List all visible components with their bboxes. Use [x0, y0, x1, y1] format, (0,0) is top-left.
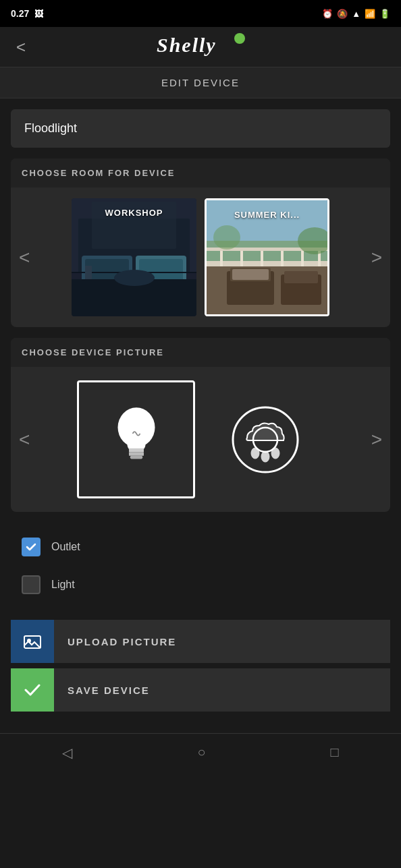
picture-item-bulb[interactable]: [77, 380, 195, 498]
status-bar-right: ⏰ 🔕 ▲ 📶 🔋: [322, 9, 390, 19]
notification-icon: 🔕: [337, 9, 348, 19]
checkbox-row-light: Light: [11, 566, 390, 604]
main-content: CHOOSE ROOM FOR DEVICE <: [0, 98, 401, 728]
bulb-icon: [99, 403, 173, 477]
outlet-checkbox[interactable]: [22, 538, 41, 556]
room-next-arrow[interactable]: >: [369, 247, 385, 268]
checkbox-row-outlet: Outlet: [11, 528, 390, 566]
svg-point-41: [272, 449, 279, 458]
signal-icon: 📶: [365, 9, 375, 19]
room-prev-arrow[interactable]: <: [16, 247, 32, 268]
upload-picture-label: UPLOAD PICTURE: [54, 620, 390, 663]
image-icon: 🖼: [34, 9, 43, 19]
svg-point-40: [262, 452, 269, 461]
nav-back-button[interactable]: ◁: [46, 739, 88, 766]
save-device-label: SAVE DEVICE: [54, 668, 390, 712]
bottom-nav: ◁ ○ □: [0, 733, 401, 771]
status-bar: 0.27 🖼 ⏰ 🔕 ▲ 📶 🔋: [0, 0, 401, 27]
picture-carousel: <: [11, 367, 390, 512]
room-item-workshop[interactable]: WORKSHOP: [72, 198, 196, 316]
page-subtitle: EDIT DEVICE: [0, 67, 401, 98]
light-checkbox[interactable]: [22, 575, 41, 594]
top-nav: < Shelly: [0, 27, 401, 67]
weather-icon: [228, 403, 302, 477]
alarm-icon: ⏰: [322, 9, 333, 19]
svg-rect-16: [207, 261, 329, 266]
light-label: Light: [51, 579, 75, 591]
checkbox-section: Outlet Light: [11, 523, 390, 609]
room-item-summer-kitchen[interactable]: SUMMER KI...: [205, 198, 329, 316]
save-device-icon: [11, 668, 54, 712]
upload-picture-icon: [11, 620, 54, 663]
picture-section: CHOOSE DEVICE PICTURE <: [11, 338, 390, 512]
save-device-button[interactable]: SAVE DEVICE: [11, 668, 390, 712]
picture-item-weather[interactable]: [206, 380, 324, 498]
svg-text:Shelly: Shelly: [157, 34, 217, 56]
room-section-title: CHOOSE ROOM FOR DEVICE: [11, 158, 390, 187]
svg-rect-13: [85, 266, 92, 279]
svg-point-12: [114, 270, 155, 286]
app-logo: Shelly: [153, 32, 248, 62]
status-bar-left: 0.27 🖼: [11, 8, 43, 19]
svg-rect-29: [284, 271, 318, 283]
room-carousel: <: [11, 187, 390, 327]
svg-rect-33: [129, 448, 144, 452]
outlet-label: Outlet: [51, 541, 80, 553]
time-display: 0.27: [11, 8, 29, 19]
room-summer-kitchen-label: SUMMER KI...: [207, 210, 327, 220]
room-section: CHOOSE ROOM FOR DEVICE <: [11, 158, 390, 327]
svg-point-1: [234, 33, 245, 44]
wifi-icon: ▲: [352, 9, 360, 19]
svg-rect-34: [129, 452, 144, 456]
check-icon: [26, 542, 36, 552]
upload-picture-button[interactable]: UPLOAD PICTURE: [11, 620, 390, 663]
device-name-input[interactable]: [11, 109, 390, 148]
action-buttons: UPLOAD PICTURE SAVE DEVICE: [11, 620, 390, 717]
svg-rect-35: [130, 455, 142, 459]
picture-prev-arrow[interactable]: <: [16, 429, 32, 451]
picture-next-arrow[interactable]: >: [369, 429, 385, 451]
svg-point-39: [252, 449, 259, 458]
picture-section-title: CHOOSE DEVICE PICTURE: [11, 338, 390, 367]
back-button[interactable]: <: [11, 32, 31, 62]
battery-icon: 🔋: [379, 9, 390, 19]
room-workshop-label: WORKSHOP: [72, 208, 196, 218]
nav-recent-button[interactable]: □: [314, 739, 354, 765]
nav-home-button[interactable]: ○: [181, 739, 221, 765]
room-items: WORKSHOP: [38, 198, 363, 316]
svg-point-31: [213, 225, 240, 250]
device-name-box: [11, 109, 390, 148]
svg-rect-27: [232, 269, 269, 280]
picture-items: [38, 380, 363, 498]
